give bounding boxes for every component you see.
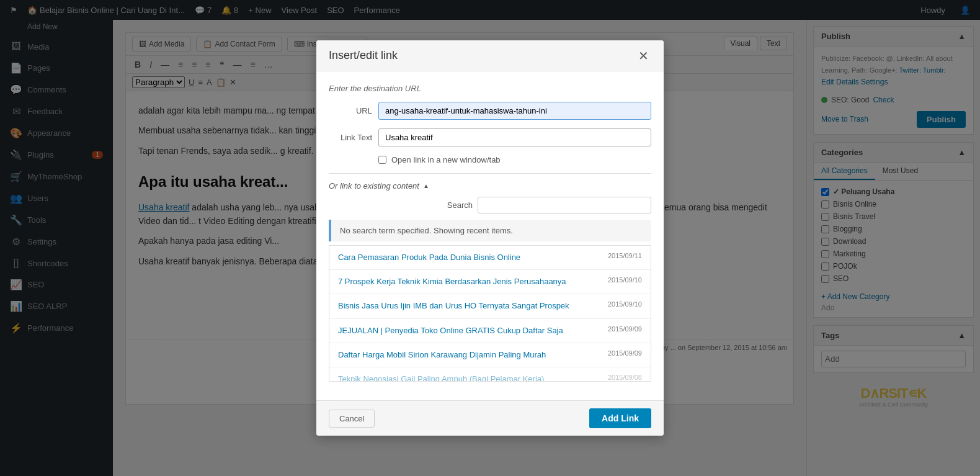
add-link-button[interactable]: Add Link	[589, 408, 651, 428]
url-row: URL	[329, 102, 651, 120]
search-row: Search	[329, 197, 651, 213]
modal-header: Insert/edit link ✕	[316, 40, 664, 71]
modal-body: Enter the destination URL URL Link Text …	[316, 71, 664, 400]
result-date-1: 2015/09/11	[602, 252, 642, 259]
link-result-item-6[interactable]: Teknik Negosiasi Gaji Paling Ampuh (Bagi…	[329, 367, 651, 382]
result-title-3: Bisnis Jasa Urus Ijin IMB dan Urus HO Te…	[338, 300, 602, 312]
link-result-item-4[interactable]: JEJUALAN | Penyedia Toko Online GRATIS C…	[329, 319, 651, 343]
result-date-5: 2015/09/09	[602, 349, 642, 357]
result-title-2: 7 Prospek Kerja Teknik Kimia Berdasarkan…	[338, 276, 602, 287]
result-date-6: 2015/09/08	[602, 374, 642, 381]
modal-title: Insert/edit link	[329, 49, 398, 62]
link-result-item-1[interactable]: Cara Pemasaran Produk Pada Dunia Bisnis …	[329, 246, 651, 270]
result-title-4: JEJUALAN | Penyedia Toko Online GRATIS C…	[338, 325, 602, 336]
search-input[interactable]	[478, 197, 651, 213]
result-title-1: Cara Pemasaran Produk Pada Dunia Bisnis …	[338, 252, 602, 263]
link-text-input[interactable]	[378, 128, 651, 146]
link-to-content-toggle[interactable]: Or link to existing content ▲	[329, 181, 651, 191]
result-date-4: 2015/09/09	[602, 325, 642, 333]
link-result-item-2[interactable]: 7 Prospek Kerja Teknik Kimia Berdasarkan…	[329, 270, 651, 294]
insert-edit-link-modal: Insert/edit link ✕ Enter the destination…	[316, 40, 664, 436]
link-text-row: Link Text	[329, 128, 651, 146]
modal-hint: Enter the destination URL	[329, 84, 651, 93]
link-to-content-section: Or link to existing content ▲ Search No …	[329, 173, 651, 382]
modal-close-button[interactable]: ✕	[636, 50, 651, 62]
new-window-checkbox[interactable]	[378, 156, 386, 164]
new-window-row: Open link in a new window/tab	[329, 155, 651, 164]
new-window-label[interactable]: Open link in a new window/tab	[391, 155, 501, 164]
result-date-3: 2015/09/10	[602, 300, 642, 308]
modal-overlay[interactable]: Insert/edit link ✕ Enter the destination…	[0, 0, 980, 476]
link-result-item-3[interactable]: Bisnis Jasa Urus Ijin IMB dan Urus HO Te…	[329, 294, 651, 318]
link-to-content-label: Or link to existing content	[329, 181, 419, 191]
result-title-5: Daftar Harga Mobil Sirion Karawang Dijam…	[338, 349, 602, 361]
cancel-button[interactable]: Cancel	[329, 410, 375, 428]
link-result-item-5[interactable]: Daftar Harga Mobil Sirion Karawang Dijam…	[329, 343, 651, 367]
search-info: No search term specified. Showing recent…	[329, 220, 651, 241]
modal-footer: Cancel Add Link	[316, 400, 664, 436]
result-date-2: 2015/09/10	[602, 276, 642, 284]
link-to-content-arrow: ▲	[423, 182, 429, 189]
link-text-label: Link Text	[329, 133, 372, 142]
url-input[interactable]	[378, 102, 651, 120]
result-title-6: Teknik Negosiasi Gaji Paling Ampuh (Bagi…	[338, 374, 602, 382]
search-label: Search	[447, 200, 473, 210]
link-results: Cara Pemasaran Produk Pada Dunia Bisnis …	[329, 245, 651, 382]
url-label: URL	[329, 106, 372, 115]
